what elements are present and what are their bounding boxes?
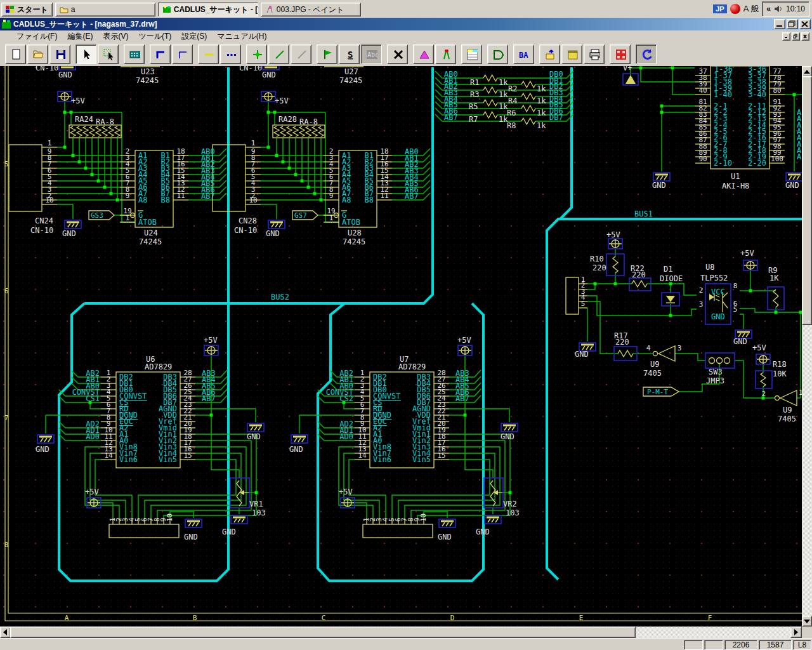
abc-icon: Abc <box>365 48 377 62</box>
new-file-button[interactable] <box>5 44 26 64</box>
restore-button[interactable] <box>792 32 800 41</box>
svg-text:CN-10: CN-10 <box>30 226 53 235</box>
task-button-1[interactable]: CADLUS_サーキット - [... <box>158 3 258 17</box>
film-icon <box>128 48 140 62</box>
horizontal-scrollbar[interactable] <box>0 627 802 638</box>
svg-text:1-40: 1-40 <box>714 90 732 99</box>
svg-text:1: 1 <box>126 214 130 222</box>
select-mode-button[interactable] <box>75 44 96 64</box>
svg-text:15: 15 <box>183 451 192 460</box>
grid-button[interactable] <box>610 44 631 64</box>
svg-text:6: 6 <box>4 287 9 295</box>
close-button[interactable] <box>801 32 809 41</box>
line-gray-button[interactable] <box>291 44 311 64</box>
grid-icon <box>614 48 626 62</box>
windows-logo-icon <box>6 6 15 13</box>
tray-chevron[interactable]: « <box>766 4 771 13</box>
hscroll-thumb[interactable] <box>10 627 636 638</box>
line-yellow-button[interactable] <box>198 44 219 64</box>
move-button[interactable] <box>413 44 434 64</box>
junction-icon <box>251 48 263 62</box>
text-button[interactable]: Abc <box>361 44 382 64</box>
svg-text:7405: 7405 <box>778 415 796 423</box>
svg-text:4: 4 <box>646 344 651 352</box>
scroll-left-button[interactable] <box>0 627 11 638</box>
save-file-button[interactable] <box>49 44 70 64</box>
select-part-button[interactable] <box>98 44 119 64</box>
svg-text:CS1: CS1 <box>86 394 100 403</box>
svg-text:JMP3: JMP3 <box>706 376 724 385</box>
junction-button[interactable] <box>246 44 267 64</box>
min-button[interactable] <box>774 19 785 29</box>
svg-text:+5V: +5V <box>457 336 471 345</box>
wire-thick-button[interactable] <box>150 44 171 64</box>
ime-language-badge[interactable]: JP <box>713 4 726 13</box>
svg-text:GND: GND <box>575 350 589 359</box>
svg-text:GND: GND <box>247 432 261 441</box>
screen: スタート aCADLUS_サーキット - [...003.JPG - ペイント … <box>0 0 812 650</box>
print-button[interactable] <box>584 44 605 64</box>
save-drawing-button[interactable] <box>561 44 582 64</box>
svg-text:AB7: AB7 <box>201 192 215 201</box>
ime-ball-icon[interactable] <box>730 4 740 14</box>
task-button-0[interactable]: a <box>55 3 155 17</box>
svg-text:BUS2: BUS2 <box>271 293 289 302</box>
vertical-scrollbar[interactable] <box>802 66 812 627</box>
scroll-down-button[interactable] <box>802 616 812 627</box>
menu-item-1[interactable]: 編集(E) <box>62 30 98 43</box>
signal-name-button[interactable]: S <box>339 44 360 64</box>
undo-button[interactable] <box>636 44 657 64</box>
menu-item-2[interactable]: 表示(V) <box>98 30 133 43</box>
svg-text:P-M-T: P-M-T <box>647 388 668 396</box>
svg-text:BA: BA <box>519 51 528 60</box>
part-place-button[interactable] <box>124 44 145 64</box>
cadlus-icon <box>162 6 171 13</box>
svg-text:3: 3 <box>699 300 704 308</box>
schematic-svg[interactable]: 2A13A24A35A46A57A68A79A819G1ATOB18B117B2… <box>0 66 802 627</box>
line-green-button[interactable] <box>268 44 289 64</box>
menu-item-4[interactable]: 設定(S) <box>176 30 212 43</box>
svg-text:R6: R6 <box>507 109 516 117</box>
vscroll-thumb[interactable] <box>802 76 812 325</box>
menu-item-3[interactable]: ツール(T) <box>133 30 176 43</box>
line-dotted-button[interactable] <box>220 44 241 64</box>
menu-item-5[interactable]: マニュアル(H) <box>212 30 272 43</box>
drawing-canvas[interactable]: 2A13A24A35A46A57A68A79A819G1ATOB18B117B2… <box>0 66 802 627</box>
svg-text:40: 40 <box>698 86 707 95</box>
task-button-2[interactable]: 003.JPG - ペイント <box>261 3 361 17</box>
ime-mode-label[interactable]: A 般 <box>743 3 759 15</box>
save2-icon <box>566 48 578 62</box>
scroll-right-button[interactable] <box>790 627 802 638</box>
restore-button[interactable] <box>787 19 798 29</box>
flag-button[interactable] <box>317 44 337 64</box>
delete-button[interactable] <box>387 44 408 64</box>
svg-text:GND: GND <box>266 229 280 238</box>
svg-text:AKI-H8: AKI-H8 <box>722 182 749 190</box>
svg-text:GND: GND <box>476 527 490 536</box>
sheet-list-button[interactable] <box>461 44 482 64</box>
gate-icon <box>492 48 504 62</box>
svg-text:2: 2 <box>699 286 704 295</box>
close-button[interactable] <box>799 19 811 29</box>
svg-text:74245: 74245 <box>343 237 365 246</box>
load-button[interactable] <box>539 44 560 64</box>
svg-text:CN-10: CN-10 <box>239 66 262 72</box>
speaker-icon[interactable] <box>774 5 783 13</box>
open-file-button[interactable] <box>27 44 48 64</box>
cursor-icon <box>80 48 92 62</box>
svg-text:AB7: AB7 <box>444 113 458 122</box>
svg-text:AB7: AB7 <box>202 394 216 403</box>
start-button[interactable]: スタート <box>1 3 53 17</box>
dash-icon <box>202 48 214 62</box>
svg-text:E: E <box>579 614 584 622</box>
probe-button[interactable] <box>435 44 456 64</box>
title-bar[interactable]: CADLUS_サーキット - [nagasm_37.drw] <box>0 18 812 30</box>
wire-thin-button[interactable] <box>172 44 193 64</box>
svg-text:220: 220 <box>593 263 606 272</box>
min-button[interactable] <box>782 32 790 41</box>
scroll-up-button[interactable] <box>802 66 812 77</box>
menu-item-0[interactable]: ファイル(F) <box>11 30 62 43</box>
gate-button[interactable] <box>487 44 508 64</box>
svg-text:R5: R5 <box>469 102 478 111</box>
back-annotate-button[interactable]: BA <box>513 44 534 64</box>
